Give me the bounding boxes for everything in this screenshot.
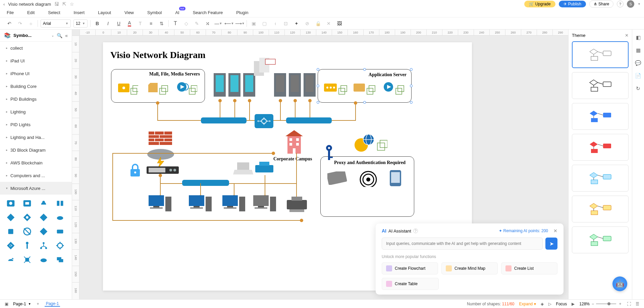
network-bar-lower[interactable] [182, 180, 229, 186]
distribute-icon[interactable]: ⊡ [282, 19, 290, 28]
save-icon[interactable]: 🖫 [54, 1, 59, 7]
avatar-dropdown-icon[interactable]: ▼ [638, 2, 641, 6]
line-style-icon[interactable]: ―▼ [214, 19, 222, 28]
mall-servers-box[interactable]: Mall, File, Media Servers [111, 69, 205, 103]
menu-icon[interactable]: ☰ [636, 302, 639, 306]
underline-icon[interactable]: U [115, 19, 123, 28]
azure-symbol[interactable] [4, 254, 17, 266]
undo-icon[interactable]: ↶ [5, 19, 13, 28]
comment-icon[interactable]: 💬 [635, 60, 642, 66]
category-pid-buildings[interactable]: PID Buildings [0, 93, 72, 105]
application-server-box[interactable]: Application Server [318, 69, 412, 103]
azure-symbol[interactable] [20, 225, 34, 238]
azure-symbol[interactable] [53, 211, 67, 223]
zoom-slider[interactable] [596, 303, 616, 304]
star-icon[interactable]: ☆ [70, 1, 74, 7]
fullscreen-icon[interactable]: ⛶ [627, 302, 631, 306]
redo-icon[interactable]: ↷ [16, 19, 24, 28]
layers-icon[interactable]: ◧ [635, 34, 642, 41]
share-button[interactable]: ⋔ Share [589, 0, 613, 8]
page-icon[interactable]: 📄 [635, 72, 642, 79]
help-icon[interactable]: ? [617, 1, 624, 7]
laptop-icon[interactable] [233, 162, 253, 176]
azure-symbol[interactable] [20, 197, 34, 209]
pen-icon[interactable]: ✎ [193, 19, 201, 28]
image-icon[interactable]: 🖼 [335, 19, 343, 28]
page-selector[interactable]: Page-1 ▼ [13, 302, 31, 306]
bold-icon[interactable]: B [93, 19, 101, 28]
menu-file[interactable]: File [7, 10, 14, 15]
user-avatar[interactable]: S [627, 0, 634, 8]
desktop-pc-icon[interactable] [149, 195, 172, 214]
sidebar-dropdown-icon[interactable]: ⌄ [51, 34, 54, 37]
arrow-end-icon[interactable]: ⟶▼ [236, 19, 244, 28]
back-icon[interactable]: ▢ [260, 19, 268, 28]
open-external-icon[interactable]: ⇱ [62, 1, 66, 7]
theme-option[interactable] [572, 103, 629, 130]
italic-icon[interactable]: I [104, 19, 112, 28]
azure-symbol[interactable] [37, 240, 50, 252]
category-lighting[interactable]: Lighting [0, 105, 72, 118]
network-bar-left[interactable] [201, 117, 247, 123]
text-box-icon[interactable]: T [171, 19, 179, 28]
category-3d-block[interactable]: 3D Block Diagram [0, 144, 72, 156]
chat-bubble-button[interactable]: 🤖 [612, 276, 627, 291]
lock-icon[interactable] [128, 163, 143, 178]
theme-option[interactable] [572, 226, 629, 253]
building-icon[interactable] [284, 130, 304, 155]
theme-option[interactable] [572, 134, 629, 161]
close-icon[interactable]: ✕ [553, 228, 557, 234]
proxy-auth-box[interactable]: Proxy and Authentication Required [320, 156, 414, 217]
switch-node[interactable] [255, 114, 273, 128]
desktop-pc-icon[interactable] [189, 195, 212, 214]
appliance-icon[interactable] [147, 166, 179, 175]
azure-symbol[interactable] [37, 225, 50, 238]
align-left-icon[interactable]: ⫞ [271, 19, 279, 28]
network-bar-right[interactable] [286, 117, 332, 123]
upgrade-button[interactable]: 🛒 Upgrade [524, 1, 555, 7]
zoom-in-button[interactable]: ＋ [618, 301, 622, 307]
azure-symbol[interactable]: ⟳ [4, 240, 17, 252]
firewall-icon[interactable] [149, 132, 172, 146]
menu-edit[interactable]: Edit [27, 10, 35, 15]
menu-layout[interactable]: Layout [98, 10, 111, 15]
effects-icon[interactable]: ✦ [292, 19, 301, 28]
azure-symbol[interactable] [4, 197, 17, 209]
layers-toggle-icon[interactable]: ◈ [541, 302, 544, 306]
theme-option[interactable] [572, 196, 629, 222]
text-tool-icon[interactable]: T [136, 19, 144, 28]
menu-select[interactable]: Select [48, 10, 60, 15]
menu-search-feature[interactable]: Search Feature [193, 10, 223, 15]
lock-icon[interactable]: 🔒 [314, 19, 322, 28]
front-icon[interactable]: ▣ [250, 19, 258, 28]
category-azure[interactable]: Microsoft Azure ... [0, 182, 72, 195]
azure-symbol[interactable] [4, 225, 17, 238]
azure-symbol[interactable] [37, 254, 50, 266]
category-computers[interactable]: Computers and ... [0, 169, 72, 182]
category-iphone-ui[interactable]: iPhone UI [0, 67, 72, 80]
ai-create-flowchart-button[interactable]: Create Flowchart [382, 262, 438, 274]
search-icon[interactable]: 🔍 [57, 33, 62, 38]
printer-icon[interactable] [255, 162, 273, 175]
azure-symbol[interactable] [20, 254, 34, 266]
ai-query-input[interactable] [382, 238, 543, 250]
category-lighting-ha[interactable]: Lighting and Ha... [0, 131, 72, 144]
tools-icon[interactable]: ✕ [325, 19, 333, 28]
theme-option[interactable] [572, 72, 629, 99]
zoom-out-button[interactable]: − [592, 302, 594, 306]
azure-symbol[interactable] [4, 211, 17, 223]
desktop-pc-icon[interactable] [253, 195, 277, 214]
grid-icon[interactable]: ▦ [635, 47, 642, 54]
crop-icon[interactable]: ⊘ [303, 19, 311, 28]
printer-fax-icon[interactable] [287, 197, 307, 213]
focus-label[interactable]: Focus [556, 302, 567, 306]
collapse-icon[interactable]: « [65, 33, 68, 38]
theme-option[interactable] [572, 41, 629, 68]
menu-symbol[interactable]: Symbol [147, 10, 162, 15]
page-tab[interactable]: Page-1 [45, 301, 60, 307]
azure-symbol[interactable] [53, 254, 67, 266]
ai-create-mindmap-button[interactable]: Create Mind Map [441, 262, 498, 274]
line-spacing-icon[interactable]: ⇅ [158, 19, 166, 28]
arrow-start-icon[interactable]: ⟵▼ [225, 19, 233, 28]
menu-view[interactable]: View [124, 10, 134, 15]
